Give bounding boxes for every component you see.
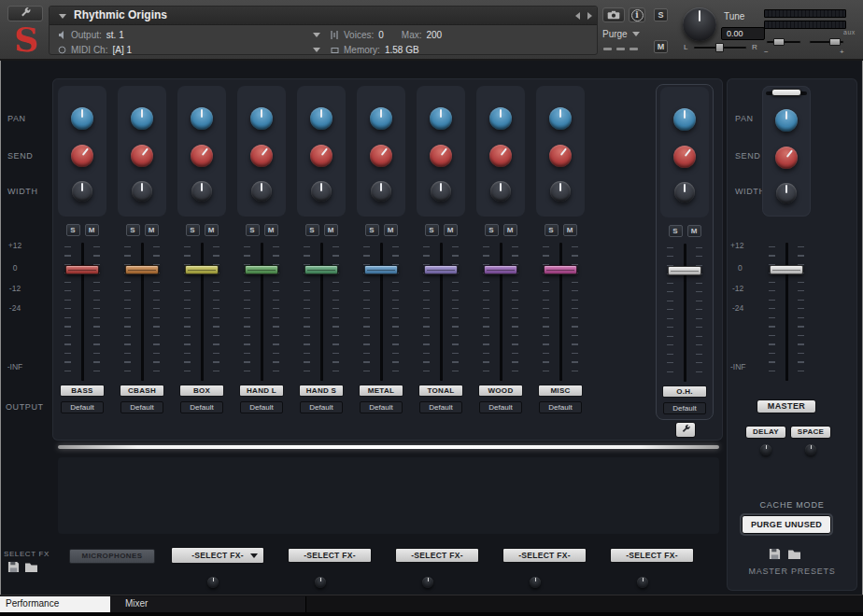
snapshot-camera-button[interactable] — [602, 7, 625, 22]
pan-knob[interactable] — [131, 107, 153, 130]
fx-select-3[interactable]: -SELECT FX- — [395, 548, 479, 563]
pan-knob[interactable] — [549, 107, 572, 130]
pan-knob[interactable] — [489, 107, 512, 130]
pan-knob[interactable] — [191, 107, 213, 130]
header-volume-handle-left[interactable] — [773, 38, 785, 46]
volume-fader[interactable] — [413, 243, 469, 381]
mute-button[interactable]: M — [205, 224, 219, 236]
solo-button[interactable]: S — [186, 224, 200, 236]
space-amount-knob[interactable] — [805, 444, 816, 455]
width-knob[interactable] — [550, 181, 571, 202]
save-fx-button[interactable] — [7, 561, 20, 573]
oh-name-button[interactable]: O.H. — [662, 385, 707, 398]
instrument-menu-icon[interactable] — [59, 14, 66, 19]
master-pan-knob[interactable] — [775, 109, 798, 132]
channel-output-button[interactable]: Default — [360, 401, 403, 413]
volume-fader[interactable] — [532, 243, 588, 381]
channel-name-button[interactable]: WOOD — [478, 385, 523, 397]
purge-menu[interactable]: Purge — [602, 29, 640, 39]
solo-button-header[interactable]: S — [654, 8, 668, 21]
mute-button[interactable]: M — [444, 224, 458, 236]
mute-button[interactable]: M — [563, 224, 577, 236]
volume-fader[interactable] — [174, 243, 230, 381]
channel-settings-button[interactable] — [675, 422, 696, 438]
channel-name-button[interactable]: METAL — [359, 385, 403, 397]
width-knob[interactable] — [431, 181, 451, 202]
send-knob[interactable] — [549, 145, 572, 167]
fader-cap[interactable] — [65, 265, 99, 274]
send-knob[interactable] — [430, 145, 452, 167]
volume-fader[interactable] — [233, 243, 290, 381]
volume-fader[interactable] — [293, 243, 349, 381]
oh-pan-knob[interactable] — [673, 108, 696, 131]
oh-volume-fader[interactable] — [657, 244, 713, 382]
mute-button[interactable]: M — [503, 224, 517, 236]
master-fader-cap[interactable] — [770, 265, 803, 274]
mute-button-header[interactable]: M — [654, 40, 668, 53]
fader-cap[interactable] — [544, 265, 577, 274]
fx-amount-knob-1[interactable] — [207, 577, 219, 588]
space-button[interactable]: SPACE — [790, 426, 831, 439]
width-knob[interactable] — [132, 181, 152, 202]
mute-button[interactable]: M — [264, 224, 278, 236]
send-knob[interactable] — [250, 145, 273, 167]
tab-performance[interactable]: Performance — [0, 596, 110, 612]
channel-name-button[interactable]: BASS — [60, 385, 105, 397]
fx-amount-knob-2[interactable] — [315, 577, 326, 588]
width-knob[interactable] — [191, 181, 212, 202]
solo-button[interactable]: S — [425, 224, 439, 236]
solo-button[interactable]: S — [126, 224, 140, 236]
tab-mixer[interactable]: Mixer — [110, 596, 306, 612]
midi-dropdown-icon[interactable] — [313, 48, 320, 52]
header-pan-handle[interactable] — [715, 43, 724, 52]
master-button[interactable]: MASTER — [757, 399, 816, 413]
master-volume-fader[interactable] — [758, 243, 814, 381]
fx-select-2[interactable]: -SELECT FX- — [288, 548, 372, 563]
solo-button[interactable]: S — [246, 224, 260, 236]
pan-knob[interactable] — [250, 107, 273, 130]
solo-button[interactable]: S — [365, 224, 379, 236]
channel-output-button[interactable]: Default — [240, 401, 283, 413]
master-top-handle[interactable] — [771, 89, 801, 96]
prev-instrument-icon[interactable] — [575, 12, 580, 20]
solo-button[interactable]: S — [485, 224, 499, 236]
pan-knob[interactable] — [430, 107, 452, 130]
volume-fader[interactable] — [353, 243, 409, 381]
fader-cap[interactable] — [125, 265, 159, 274]
send-knob[interactable] — [71, 145, 93, 167]
channel-name-button[interactable]: BOX — [179, 385, 224, 397]
channel-name-button[interactable]: TONAL — [418, 385, 463, 397]
mute-button[interactable]: M — [85, 224, 99, 236]
pan-knob[interactable] — [310, 107, 332, 130]
oh-send-knob[interactable] — [673, 146, 696, 168]
instrument-title-bar[interactable]: Rhythmic Origins — [50, 7, 597, 25]
midi-channel-select[interactable]: MIDI Ch: [A] 1 — [57, 44, 132, 56]
fader-cap[interactable] — [484, 265, 517, 274]
oh-solo-button[interactable]: S — [669, 225, 683, 237]
fader-cap[interactable] — [185, 265, 219, 274]
fader-cap[interactable] — [245, 265, 278, 274]
channel-output-button[interactable]: Default — [61, 401, 104, 413]
microphones-button[interactable]: MICROPHONES — [69, 549, 155, 564]
solo-button[interactable]: S — [305, 224, 319, 236]
solo-button[interactable]: S — [545, 224, 559, 236]
volume-fader[interactable] — [54, 243, 110, 381]
tune-knob[interactable] — [683, 7, 716, 41]
volume-fader[interactable] — [114, 243, 170, 381]
width-knob[interactable] — [251, 181, 272, 202]
width-knob[interactable] — [72, 181, 92, 202]
send-knob[interactable] — [131, 145, 153, 167]
info-button[interactable]: i — [629, 7, 645, 22]
fx-select-1[interactable]: -SELECT FX- — [171, 547, 264, 564]
fader-cap[interactable] — [424, 265, 458, 274]
mute-button[interactable]: M — [324, 224, 338, 236]
next-instrument-icon[interactable] — [587, 12, 592, 20]
load-master-preset-button[interactable] — [787, 549, 801, 560]
delay-amount-knob[interactable] — [760, 444, 771, 455]
master-width-knob[interactable] — [776, 183, 797, 203]
pan-knob[interactable] — [71, 107, 93, 130]
aux-button[interactable]: aux — [843, 29, 856, 35]
volume-fader[interactable] — [473, 243, 529, 381]
channel-name-button[interactable]: HAND L — [239, 385, 284, 397]
delay-button[interactable]: DELAY — [745, 426, 786, 439]
